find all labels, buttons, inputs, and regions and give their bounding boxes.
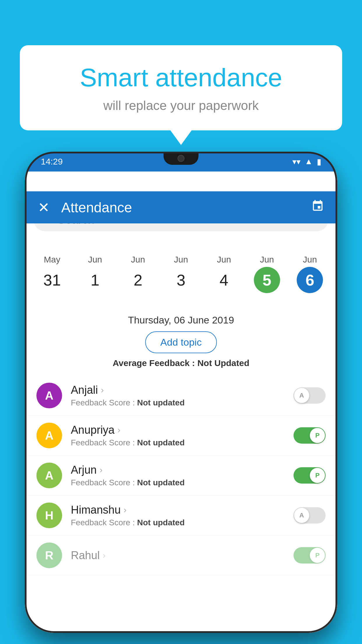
avatar-anupriya: A — [36, 423, 62, 448]
toggle-anjali[interactable]: A — [294, 387, 326, 404]
speech-bubble-subtitle: will replace your paperwork — [43, 98, 319, 113]
avatar-himanshu: H — [36, 503, 62, 528]
add-topic-button[interactable]: Add topic — [145, 331, 217, 353]
status-time: 14:29 — [41, 157, 63, 167]
cal-day-4[interactable]: Jun 4 — [211, 255, 237, 293]
signal-icon: ▲ — [305, 157, 313, 166]
app-bar: ✕ Attendance — [25, 191, 337, 223]
toggle-anupriya[interactable]: P — [294, 427, 326, 444]
chevron-right-icon: › — [100, 465, 103, 475]
student-item-anjali[interactable]: A Anjali › Feedback Score : Not updated … — [25, 376, 337, 416]
battery-icon: ▮ — [317, 157, 321, 167]
toggle-arjun[interactable]: P — [294, 467, 326, 484]
phone-device: 14:29 ▾▾ ▲ ▮ ✕ Attendance — [25, 152, 337, 633]
student-item-himanshu[interactable]: H Himanshu › Feedback Score : Not update… — [25, 496, 337, 536]
status-icons: ▾▾ ▲ ▮ — [292, 157, 321, 167]
student-info-arjun: Arjun › Feedback Score : Not updated — [71, 464, 294, 487]
avatar-partial: R — [36, 542, 62, 568]
cal-day-0[interactable]: May 31 — [39, 255, 65, 293]
feedback-score-himanshu: Feedback Score : Not updated — [71, 518, 294, 527]
chevron-right-icon: › — [117, 425, 120, 435]
cal-day-6[interactable]: Jun 6 — [297, 255, 323, 293]
student-list: A Anjali › Feedback Score : Not updated … — [25, 376, 337, 633]
cal-day-2[interactable]: Jun 2 — [125, 255, 151, 293]
chevron-right-icon: › — [101, 385, 104, 395]
student-info-himanshu: Himanshu › Feedback Score : Not updated — [71, 504, 294, 527]
calendar-icon[interactable] — [311, 200, 324, 215]
app-bar-title: Attendance — [61, 200, 311, 216]
avatar-anjali: A — [36, 383, 62, 408]
selected-date-label: Thursday, 06 June 2019 — [25, 314, 337, 326]
close-button[interactable]: ✕ — [38, 199, 50, 216]
student-name-partial: Rahul › — [71, 549, 294, 562]
cal-day-3[interactable]: Jun 3 — [168, 255, 194, 293]
avg-feedback: Average Feedback : Not Updated — [25, 358, 337, 368]
feedback-score-arjun: Feedback Score : Not updated — [71, 478, 294, 487]
cal-day-1[interactable]: Jun 1 — [82, 255, 108, 293]
feedback-score-anjali: Feedback Score : Not updated — [71, 398, 294, 407]
wifi-icon: ▾▾ — [292, 157, 301, 167]
student-name-arjun: Arjun › — [71, 464, 294, 476]
student-item-arjun[interactable]: A Arjun › Feedback Score : Not updated P — [25, 456, 337, 496]
student-info-partial: Rahul › — [71, 549, 294, 562]
chevron-right-icon: › — [124, 505, 126, 515]
speech-bubble: Smart attendance will replace your paper… — [20, 45, 342, 130]
screen-content: ✕ Attendance Search — [25, 172, 337, 633]
cal-day-5[interactable]: Jun 5 — [254, 255, 280, 293]
toggle-partial[interactable]: P — [294, 547, 326, 564]
phone-body: 14:29 ▾▾ ▲ ▮ ✕ Attendance — [25, 152, 337, 633]
speech-bubble-container: Smart attendance will replace your paper… — [20, 45, 342, 130]
phone-notch — [164, 152, 198, 165]
student-item-partial[interactable]: R Rahul › P — [25, 536, 337, 575]
toggle-himanshu[interactable]: A — [294, 507, 326, 524]
feedback-score-anupriya: Feedback Score : Not updated — [71, 438, 294, 447]
avatar-arjun: A — [36, 463, 62, 488]
student-name-himanshu: Himanshu › — [71, 504, 294, 516]
front-camera — [178, 155, 184, 162]
chevron-right-icon: › — [103, 550, 106, 560]
calendar-strip: May 31 Jun 1 Jun 2 Jun 3 Jun 4 — [25, 255, 337, 293]
student-item-anupriya[interactable]: A Anupriya › Feedback Score : Not update… — [25, 416, 337, 456]
student-name-anjali: Anjali › — [71, 384, 294, 396]
student-name-anupriya: Anupriya › — [71, 424, 294, 436]
speech-bubble-title: Smart attendance — [43, 63, 319, 92]
student-info-anjali: Anjali › Feedback Score : Not updated — [71, 384, 294, 407]
student-info-anupriya: Anupriya › Feedback Score : Not updated — [71, 424, 294, 447]
